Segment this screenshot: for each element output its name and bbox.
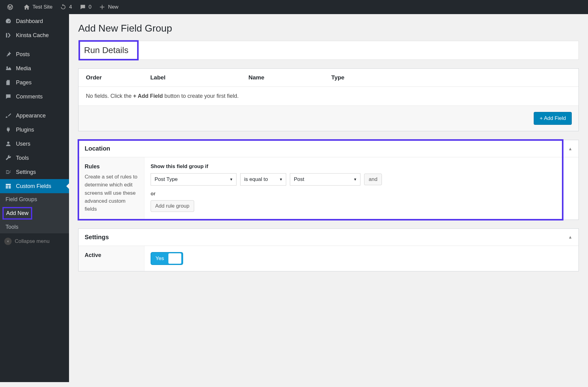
sidebar-item-kinsta[interactable]: Kinsta Cache bbox=[0, 28, 69, 42]
dashboard-icon bbox=[4, 18, 12, 25]
site-name-label: Test Site bbox=[33, 4, 52, 10]
field-group-title-input[interactable] bbox=[79, 41, 578, 59]
active-toggle-label: Yes bbox=[151, 255, 168, 262]
sidebar-item-label: Posts bbox=[16, 51, 30, 58]
rule-operator-value: is equal to bbox=[244, 176, 268, 182]
sidebar-item-label: Custom Fields bbox=[16, 183, 51, 190]
settings-panel: Settings ▲ Active Yes bbox=[78, 228, 579, 271]
collapse-panel-icon[interactable]: ▲ bbox=[568, 146, 572, 151]
grid-icon bbox=[4, 183, 12, 190]
sidebar-item-label: Dashboard bbox=[16, 18, 43, 25]
sidebar-submenu: Field Groups Add New Tools bbox=[0, 193, 69, 233]
sidebar-item-label: Media bbox=[16, 65, 31, 72]
comments-count: 0 bbox=[89, 4, 91, 10]
sidebar-item-settings[interactable]: Settings bbox=[0, 165, 69, 179]
plug-icon bbox=[4, 126, 12, 133]
brush-icon bbox=[4, 112, 12, 119]
location-heading-row: Location ▲ bbox=[79, 140, 578, 157]
new-content-link[interactable]: New bbox=[95, 0, 122, 14]
home-icon bbox=[23, 4, 30, 10]
sidebar-item-label: Comments bbox=[16, 94, 43, 100]
sidebar-item-posts[interactable]: Posts bbox=[0, 47, 69, 61]
menu-arrow-icon bbox=[66, 183, 69, 189]
sidebar-item-label: Pages bbox=[16, 79, 32, 86]
comments-link[interactable]: 0 bbox=[76, 0, 95, 14]
sidebar-item-label: Tools bbox=[16, 155, 29, 161]
rule-value-select[interactable]: Post ▼ bbox=[290, 173, 360, 186]
collapse-panel-icon[interactable]: ▲ bbox=[568, 235, 572, 239]
updates-count: 4 bbox=[69, 4, 72, 10]
chevron-down-icon: ▼ bbox=[279, 177, 283, 182]
update-icon bbox=[60, 4, 67, 10]
sidebar-item-dashboard[interactable]: Dashboard bbox=[0, 14, 69, 28]
updates-link[interactable]: 4 bbox=[56, 0, 75, 14]
submenu-item-tools[interactable]: Tools bbox=[0, 221, 69, 233]
rule-param-select[interactable]: Post Type ▼ bbox=[151, 173, 236, 186]
chevron-down-icon: ▼ bbox=[353, 177, 357, 182]
sidebar-item-users[interactable]: Users bbox=[0, 137, 69, 151]
or-label: or bbox=[151, 191, 572, 197]
rule-value-value: Post bbox=[294, 176, 304, 182]
rules-sidebar: Rules Create a set of rules to determine… bbox=[79, 157, 144, 220]
empty-fields-message: No fields. Click the + Add Field button … bbox=[79, 87, 578, 106]
sidebar-item-custom-fields[interactable]: Custom Fields bbox=[0, 179, 69, 193]
sidebar-item-label: Users bbox=[16, 141, 30, 147]
wordpress-icon bbox=[7, 4, 13, 10]
col-label: Label bbox=[150, 74, 248, 81]
wrench-icon bbox=[4, 155, 12, 161]
plus-icon bbox=[99, 4, 106, 10]
show-if-label: Show this field group if bbox=[151, 163, 572, 170]
col-order: Order bbox=[86, 74, 150, 81]
wp-logo[interactable] bbox=[3, 0, 20, 14]
collapse-icon bbox=[4, 238, 12, 245]
sidebar-item-pages[interactable]: Pages bbox=[0, 75, 69, 90]
fields-panel-footer: + Add Field bbox=[79, 106, 578, 131]
kinsta-icon bbox=[4, 32, 12, 39]
sidebar-item-plugins[interactable]: Plugins bbox=[0, 123, 69, 137]
active-toggle[interactable]: Yes bbox=[151, 252, 183, 265]
col-name: Name bbox=[248, 74, 331, 81]
user-icon bbox=[4, 140, 12, 147]
rule-operator-select[interactable]: is equal to ▼ bbox=[240, 173, 286, 186]
empty-bold: + Add Field bbox=[133, 93, 163, 99]
sidebar-item-comments[interactable]: Comments bbox=[0, 90, 69, 104]
sidebar-item-media[interactable]: Media bbox=[0, 61, 69, 75]
sliders-icon bbox=[4, 169, 12, 175]
location-body: Rules Create a set of rules to determine… bbox=[79, 157, 578, 220]
submenu-item-add-new[interactable]: Add New bbox=[2, 207, 32, 220]
add-and-button[interactable]: and bbox=[364, 174, 382, 185]
fields-table-header: Order Label Name Type bbox=[79, 69, 578, 87]
rules-editor: Show this field group if Post Type ▼ is … bbox=[144, 157, 578, 220]
admin-bar: Test Site 4 0 New bbox=[0, 0, 588, 14]
add-field-button[interactable]: + Add Field bbox=[534, 112, 572, 125]
pages-icon bbox=[4, 79, 12, 86]
empty-post: button to create your first field. bbox=[163, 93, 239, 99]
media-icon bbox=[4, 65, 12, 72]
chevron-down-icon: ▼ bbox=[229, 177, 233, 182]
sidebar-item-appearance[interactable]: Appearance bbox=[0, 109, 69, 123]
collapse-label: Collapse menu bbox=[15, 238, 49, 244]
new-label: New bbox=[108, 4, 118, 10]
rules-title: Rules bbox=[85, 163, 138, 170]
rule-group-row: Post Type ▼ is equal to ▼ Post ▼ and bbox=[151, 173, 572, 186]
sidebar-item-label: Settings bbox=[16, 169, 36, 175]
comment-icon bbox=[4, 93, 12, 100]
content-area: Add New Field Group Order Label Name Typ… bbox=[69, 14, 588, 382]
location-panel: Location ▲ Rules Create a set of rules t… bbox=[78, 140, 579, 220]
submenu-item-field-groups[interactable]: Field Groups bbox=[0, 193, 69, 206]
admin-sidebar: Dashboard Kinsta Cache Posts Media Pages… bbox=[0, 14, 69, 382]
sidebar-item-tools[interactable]: Tools bbox=[0, 151, 69, 165]
sidebar-item-label: Plugins bbox=[16, 127, 34, 133]
rule-param-value: Post Type bbox=[155, 176, 178, 182]
add-rule-group-button[interactable]: Add rule group bbox=[151, 200, 194, 212]
site-name-link[interactable]: Test Site bbox=[20, 0, 56, 14]
settings-heading: Settings bbox=[85, 234, 109, 241]
rules-description: Create a set of rules to determine which… bbox=[85, 173, 138, 213]
sidebar-item-label: Kinsta Cache bbox=[16, 32, 49, 39]
toggle-knob bbox=[168, 253, 181, 264]
collapse-menu-button[interactable]: Collapse menu bbox=[0, 233, 69, 249]
location-heading: Location bbox=[85, 145, 110, 152]
active-label: Active bbox=[79, 246, 144, 271]
sidebar-item-label: Appearance bbox=[16, 113, 46, 119]
page-title: Add New Field Group bbox=[78, 23, 579, 34]
